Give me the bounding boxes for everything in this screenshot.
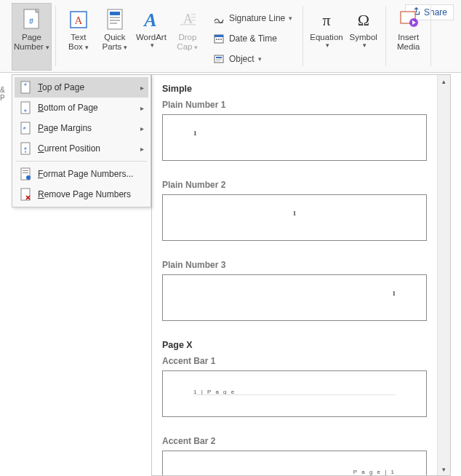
ruler-fragment: & P <box>0 86 9 95</box>
gallery-item-accent-2[interactable]: P a g e | 1 <box>162 451 427 475</box>
drop-cap-label-2: Cap <box>177 42 192 51</box>
page-bottom-icon: # <box>19 101 32 114</box>
svg-rect-14 <box>180 24 196 25</box>
chevron-down-icon: ▾ <box>85 44 89 51</box>
gallery-rule <box>193 394 396 395</box>
svg-text:Ω: Ω <box>358 11 369 29</box>
insert-media-label-2: Media <box>397 42 420 52</box>
svg-rect-39 <box>23 170 28 171</box>
text-box-label-1: Text <box>71 33 86 42</box>
symbol-icon: Ω <box>352 8 375 31</box>
gallery-item-title: Accent Bar 2 <box>162 436 427 446</box>
wordart-button[interactable]: A WordArt ▾ <box>133 3 169 71</box>
ribbon: # Page Number▾ A Text Box▾ Quick Parts <box>0 0 461 73</box>
chevron-right-icon: ▸ <box>140 145 144 153</box>
object-button[interactable]: Object ▾ <box>209 51 296 67</box>
page-top-icon: # <box>19 81 32 94</box>
menu-separator <box>16 161 147 162</box>
svg-rect-13 <box>191 20 196 21</box>
page-number-button[interactable]: # Page Number▾ <box>12 3 52 71</box>
chevron-right-icon: ▸ <box>140 84 144 92</box>
menu-remove-page-numbers[interactable]: Remove Page Numbers <box>15 184 148 205</box>
object-icon <box>212 52 225 66</box>
wordart-label: WordArt <box>136 33 167 42</box>
gallery-item-title: Accent Bar 1 <box>162 356 427 366</box>
chevron-right-icon: ▸ <box>140 104 144 112</box>
menu-bottom-of-page[interactable]: # Bottom of Page ▸ <box>15 98 148 118</box>
equation-button[interactable]: π Equation ▾ <box>308 3 345 71</box>
svg-text:A: A <box>74 15 82 26</box>
drop-cap-icon: A <box>176 8 199 31</box>
chevron-down-icon: ▾ <box>258 55 262 63</box>
svg-rect-8 <box>110 23 117 24</box>
page-number-label-2: Number <box>14 42 44 51</box>
text-box-button[interactable]: A Text Box▾ <box>60 3 97 71</box>
chevron-down-icon: ▾ <box>124 44 127 51</box>
date-time-button[interactable]: Date & Time <box>209 31 296 47</box>
svg-rect-19 <box>218 39 220 40</box>
chevron-down-icon: ▾ <box>46 44 49 51</box>
page-margins-icon: # <box>19 122 32 135</box>
svg-rect-22 <box>216 57 222 58</box>
chevron-down-icon: ▾ <box>194 44 198 51</box>
gallery-item-plain-1[interactable]: 1 <box>162 114 427 161</box>
gallery-number: 1 <box>293 210 297 217</box>
gallery-item-accent-1[interactable]: 1 | P a g e <box>162 370 427 417</box>
drop-cap-label-1: Drop <box>178 33 196 42</box>
page-number-label-1: Page <box>22 33 41 42</box>
text-box-icon: A <box>67 8 90 31</box>
scroll-track[interactable] <box>438 87 450 463</box>
menu-page-margins[interactable]: # Page Margins ▸ <box>15 118 148 138</box>
menu-current-position[interactable]: # Current Position ▸ <box>15 138 148 159</box>
equation-label: Equation <box>310 33 342 42</box>
svg-point-41 <box>26 175 31 180</box>
equation-icon: π <box>315 8 338 31</box>
gallery-number: 1 <box>193 130 197 137</box>
current-position-icon: # <box>19 142 32 155</box>
svg-rect-18 <box>216 39 217 40</box>
quick-parts-label-1: Quick <box>104 33 125 42</box>
gallery-item-plain-3[interactable]: 1 <box>162 274 427 321</box>
svg-rect-11 <box>191 14 196 15</box>
date-time-label: Date & Time <box>229 33 277 44</box>
gallery-accent-text: P a g e | 1 <box>353 469 396 475</box>
svg-rect-5 <box>110 12 120 15</box>
menu-format-page-numbers[interactable]: Format Page Numbers... <box>15 164 148 184</box>
page-number-icon: # <box>20 8 43 31</box>
symbol-label: Symbol <box>350 33 377 42</box>
insert-media-button[interactable]: Insert Media <box>390 3 427 71</box>
gallery-group-pagex: Page X <box>162 340 427 350</box>
quick-parts-button[interactable]: Quick Parts▾ <box>97 3 133 71</box>
symbol-button[interactable]: Ω Symbol ▾ <box>345 3 382 71</box>
svg-rect-40 <box>23 172 28 173</box>
chevron-right-icon: ▸ <box>140 124 144 132</box>
insert-media-label-1: Insert <box>398 33 419 42</box>
chevron-down-icon: ▾ <box>326 42 329 49</box>
quick-parts-icon <box>103 8 127 31</box>
drop-cap-button: A Drop Cap▾ <box>169 3 206 71</box>
menu-top-of-page[interactable]: # TTop of Pageop of Page ▸ <box>15 77 148 98</box>
svg-rect-6 <box>110 17 120 18</box>
page-number-gallery: Simple Plain Number 1 1 Plain Number 2 1… <box>151 74 451 476</box>
svg-rect-17 <box>215 35 223 37</box>
svg-text:A: A <box>143 9 156 31</box>
chevron-down-icon: ▾ <box>289 15 292 22</box>
scroll-down-button[interactable]: ▾ <box>438 463 450 475</box>
gallery-item-title: Plain Number 2 <box>162 180 427 190</box>
gallery-scrollbar[interactable]: ▴ ▾ <box>437 75 450 475</box>
signature-label: Signature Line <box>229 13 285 23</box>
page-number-menu: # TTop of Pageop of Page ▸ # Bottom of P… <box>12 74 151 207</box>
text-box-label-2: Box <box>68 42 83 51</box>
gallery-item-title: Plain Number 3 <box>162 260 427 270</box>
svg-rect-7 <box>110 20 120 21</box>
scroll-up-button[interactable]: ▴ <box>438 75 450 87</box>
gallery-item-plain-2[interactable]: 1 <box>162 194 427 241</box>
chevron-down-icon: ▾ <box>151 42 154 49</box>
svg-rect-20 <box>220 39 222 40</box>
calendar-icon <box>212 32 225 45</box>
svg-text:π: π <box>322 11 330 29</box>
quick-parts-label-2: Parts <box>102 42 121 51</box>
object-label: Object <box>229 54 254 64</box>
svg-rect-23 <box>216 59 222 60</box>
signature-line-button[interactable]: Signature Line ▾ <box>209 10 296 26</box>
